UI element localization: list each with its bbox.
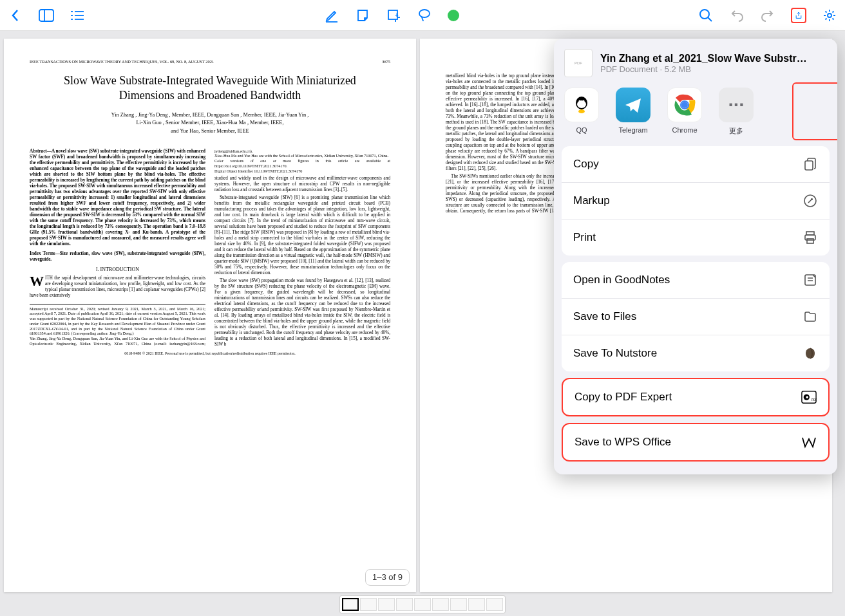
- svg-point-25: [681, 102, 688, 108]
- svg-point-20: [579, 100, 581, 102]
- action-goodnotes[interactable]: Open in GoodNotes: [562, 262, 830, 299]
- share-sheet: PDF Yin Zhang et al_2021_Slow Wave Subst…: [554, 39, 837, 474]
- action-pdfexpert[interactable]: Copy to PDF Expert PDF: [563, 379, 828, 415]
- svg-point-16: [828, 14, 831, 17]
- highlight-more-app: [792, 82, 837, 140]
- share-app-chrome[interactable]: Chrome: [667, 88, 702, 136]
- svg-point-13: [419, 10, 430, 17]
- svg-point-19: [578, 109, 585, 113]
- section-heading: I. INTRODUCTION: [30, 266, 205, 273]
- undo-icon[interactable]: [729, 8, 745, 23]
- share-actions-highlighted-2: Save to WPS Office: [562, 423, 830, 462]
- markup-icon: [802, 193, 818, 209]
- share-app-more[interactable]: ··· 更多: [719, 88, 754, 136]
- authors-block: Yin Zhang , Jing-Ya Deng , Member, IEEE,…: [43, 111, 377, 136]
- crop-icon[interactable]: +: [386, 8, 401, 23]
- share-file-subtitle: PDF Document · 5.2 MB: [600, 64, 807, 74]
- page-number: 3675: [382, 59, 390, 64]
- search-icon[interactable]: [698, 8, 714, 23]
- wps-icon: [801, 434, 817, 450]
- svg-rect-30: [807, 239, 813, 243]
- action-files[interactable]: Save to Files: [562, 299, 830, 335]
- share-icon[interactable]: [791, 8, 806, 23]
- note-icon[interactable]: [355, 8, 370, 23]
- svg-point-36: [806, 396, 808, 398]
- toolbar: +: [0, 0, 845, 31]
- goodnotes-icon: [802, 272, 818, 288]
- copyright-line: 0018-9480 © 2021 IEEE. Personal use is p…: [30, 351, 390, 357]
- print-icon: [802, 230, 818, 245]
- color-dot-green[interactable]: [448, 10, 459, 21]
- pdfexpert-icon: PDF: [801, 389, 817, 405]
- svg-point-21: [583, 100, 585, 102]
- lasso-icon[interactable]: [417, 8, 432, 23]
- index-terms: Index Terms—Size reduction, slow wave (S…: [30, 251, 205, 263]
- svg-point-18: [577, 100, 586, 108]
- qq-icon: [564, 88, 599, 122]
- action-nutstore[interactable]: Save To Nutstore: [562, 335, 830, 371]
- action-copy[interactable]: Copy: [562, 146, 830, 183]
- copy-icon: [802, 156, 818, 172]
- share-actions-primary: Copy Markup Print: [562, 146, 830, 256]
- body-col2a: studied and widely used in the design of…: [214, 176, 390, 193]
- thumb-5[interactable]: [414, 598, 431, 611]
- share-file-thumbnail: PDF: [564, 49, 593, 77]
- paper-title: Slow Wave Substrate-Integrated Waveguide…: [43, 73, 377, 104]
- action-print[interactable]: Print: [562, 219, 830, 256]
- thumb-9[interactable]: [486, 598, 503, 611]
- share-app-qq[interactable]: QQ: [564, 88, 599, 136]
- thumb-1[interactable]: [342, 598, 359, 611]
- share-app-row: QQ Telegram Chrome ··· 更多: [554, 88, 837, 146]
- share-actions-highlighted-1: Copy to PDF Expert PDF: [562, 378, 830, 416]
- settings-icon[interactable]: [822, 8, 837, 23]
- thumb-7[interactable]: [450, 598, 467, 611]
- outline-icon[interactable]: [70, 8, 85, 23]
- share-app-telegram[interactable]: Telegram: [616, 88, 650, 136]
- action-markup[interactable]: Markup: [562, 183, 830, 219]
- svg-text:PDF: PDF: [812, 398, 817, 402]
- body-col2c: The slow wave (SW) propagation mode was …: [214, 278, 390, 348]
- page-counter: 1–3 of 9: [365, 569, 410, 586]
- share-file-title: Yin Zhang et al_2021_Slow Wave Substr…: [600, 52, 807, 64]
- thumb-3[interactable]: [378, 598, 395, 611]
- thumb-8[interactable]: [468, 598, 485, 611]
- action-wps[interactable]: Save to WPS Office: [563, 424, 828, 460]
- abstract: Abstract—A novel slow wave (SW) substrat…: [30, 149, 205, 247]
- svg-rect-26: [805, 161, 813, 170]
- intro-paragraph: WITH the rapid development of microwave …: [30, 275, 205, 299]
- thumb-6[interactable]: [432, 598, 449, 611]
- back-button[interactable]: [8, 8, 23, 23]
- folder-icon: [802, 309, 818, 324]
- share-header: PDF Yin Zhang et al_2021_Slow Wave Subst…: [554, 39, 837, 88]
- sidebar-toggle-icon[interactable]: [39, 8, 54, 23]
- chrome-icon: [667, 88, 702, 122]
- thumbnail-strip[interactable]: [339, 595, 506, 613]
- svg-line-15: [708, 17, 712, 21]
- thumb-4[interactable]: [396, 598, 413, 611]
- more-icon: ···: [719, 88, 754, 122]
- telegram-icon: [616, 88, 650, 122]
- svg-rect-0: [39, 10, 53, 21]
- running-head: IEEE TRANSACTIONS ON MICROWAVE THEORY AN…: [30, 59, 214, 64]
- thumb-2[interactable]: [360, 598, 377, 611]
- svg-text:+: +: [395, 12, 399, 19]
- svg-point-14: [700, 10, 709, 19]
- pen-icon[interactable]: [324, 8, 339, 23]
- nutstore-icon: [802, 346, 818, 361]
- redo-icon[interactable]: [760, 8, 775, 23]
- body-col2b: Substrate-integrated waveguide (SIW) [6]…: [214, 195, 390, 276]
- pdf-page-1: IEEE TRANSACTIONS ON MICROWAVE THEORY AN…: [4, 39, 416, 592]
- share-actions-secondary: Open in GoodNotes Save to Files Save To …: [562, 262, 830, 371]
